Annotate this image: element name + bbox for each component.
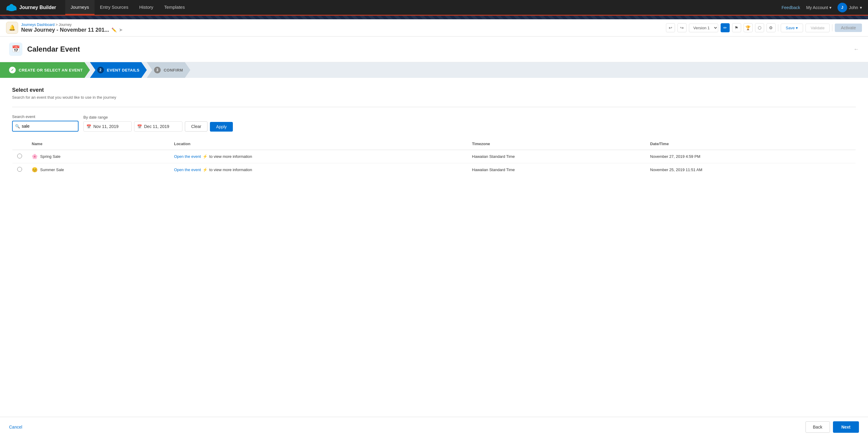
edit-icon[interactable]: ✏️ bbox=[112, 28, 117, 32]
trophy-button[interactable]: 🏆 bbox=[744, 23, 753, 32]
breadcrumb-journeys-dashboard[interactable]: Journeys Dashboard bbox=[21, 23, 55, 27]
spring-sale-name: Spring Sale bbox=[40, 154, 60, 159]
flag-button[interactable]: ⚑ bbox=[732, 23, 741, 32]
search-input[interactable] bbox=[12, 121, 79, 132]
lightning-icon-2: ⚡ bbox=[203, 168, 208, 172]
form-title: Select event bbox=[12, 87, 856, 93]
location-info-2: to view more information bbox=[209, 168, 252, 172]
validate-button[interactable]: Validate bbox=[805, 24, 830, 32]
journey-icon: 🔔 bbox=[6, 22, 18, 34]
open-event-link-1[interactable]: Open the event bbox=[174, 154, 201, 159]
journey-title: New Journey - November 11 201... ✏️ ➤ bbox=[21, 27, 123, 33]
wizard-step-1[interactable]: ✓ CREATE OR SELECT AN EVENT bbox=[0, 62, 90, 78]
calendar-from-icon: 📅 bbox=[86, 124, 91, 129]
table-cell-timezone-2: Hawaiian Standard Time bbox=[467, 163, 645, 176]
radio-spring-sale[interactable] bbox=[17, 154, 22, 159]
my-account-menu[interactable]: My Account ▾ bbox=[806, 5, 831, 10]
table-header-datetime: Date/Time bbox=[645, 138, 856, 150]
table-cell-datetime-1: November 27, 2019 4:59 PM bbox=[645, 150, 856, 163]
back-arrow-icon[interactable]: ← bbox=[854, 46, 859, 53]
next-button[interactable]: Next bbox=[833, 421, 859, 433]
edit-mode-button[interactable]: ✏ bbox=[721, 23, 730, 32]
form-area: Select event Search for an event that yo… bbox=[0, 78, 868, 186]
save-chevron-icon: ▾ bbox=[796, 26, 798, 30]
wizard-step-2[interactable]: 2 EVENT DETAILS bbox=[90, 62, 147, 78]
table-cell-datetime-2: November 25, 2019 11:51 AM bbox=[645, 163, 856, 176]
bottom-bar: Cancel Back Next bbox=[0, 417, 868, 437]
bottom-right: Back Next bbox=[805, 421, 859, 433]
back-button[interactable]: Back bbox=[805, 421, 830, 433]
summer-sale-name: Summer Sale bbox=[40, 168, 64, 172]
breadcrumb-journey: Journey bbox=[59, 23, 71, 27]
search-row: Search event 🔍 By date range 📅 📅 bbox=[12, 114, 856, 132]
clear-button[interactable]: Clear bbox=[185, 121, 208, 132]
main-content: 📅 Calendar Event ← ✓ CREATE OR SELECT AN… bbox=[0, 36, 868, 437]
user-menu[interactable]: J John ▾ bbox=[837, 3, 862, 12]
breadcrumb: Journeys Dashboard > Journey bbox=[21, 23, 123, 27]
event-name-cell-2: 😊 Summer Sale bbox=[32, 167, 164, 173]
activate-button[interactable]: Activate bbox=[835, 24, 862, 32]
save-button[interactable]: Save ▾ bbox=[781, 24, 803, 32]
page-header: 📅 Calendar Event ← bbox=[0, 36, 868, 62]
feedback-link[interactable]: Feedback bbox=[782, 5, 800, 10]
table-cell-radio-2 bbox=[12, 163, 27, 176]
breadcrumb-left: 🔔 Journeys Dashboard > Journey New Journ… bbox=[6, 22, 123, 34]
undo-button[interactable]: ↩ bbox=[666, 23, 675, 32]
table-row: 😊 Summer Sale Open the event ⚡ to view m… bbox=[12, 163, 856, 176]
open-event-link-2[interactable]: Open the event bbox=[174, 168, 201, 172]
form-subtitle: Search for an event that you would like … bbox=[12, 95, 856, 100]
step-3-number: 3 bbox=[154, 67, 161, 73]
brand-logo[interactable]: Journey Builder bbox=[6, 2, 56, 13]
brand-name: Journey Builder bbox=[19, 5, 56, 10]
date-range-wrapper: 📅 📅 Clear Apply bbox=[83, 121, 233, 132]
events-table: Name Location Timezone Date/Time 🌸 Sprin… bbox=[12, 138, 856, 176]
step-2-label: EVENT DETAILS bbox=[107, 68, 140, 72]
timezone-2: Hawaiian Standard Time bbox=[472, 168, 515, 172]
location-cell-2: Open the event ⚡ to view more informatio… bbox=[174, 168, 462, 172]
tab-journeys[interactable]: Journeys bbox=[65, 0, 95, 15]
table-header: Name Location Timezone Date/Time bbox=[12, 138, 856, 150]
date-range-label: By date range bbox=[83, 115, 233, 120]
wizard-steps: ✓ CREATE OR SELECT AN EVENT 2 EVENT DETA… bbox=[0, 62, 868, 78]
datetime-2: November 25, 2019 11:51 AM bbox=[650, 168, 703, 172]
cancel-link[interactable]: Cancel bbox=[9, 425, 22, 430]
apply-button[interactable]: Apply bbox=[210, 122, 232, 132]
share-button[interactable]: ⬡ bbox=[755, 23, 764, 32]
avatar: J bbox=[837, 3, 847, 12]
table-cell-timezone-1: Hawaiian Standard Time bbox=[467, 150, 645, 163]
lightning-icon-1: ⚡ bbox=[203, 154, 208, 159]
table-header-location: Location bbox=[169, 138, 467, 150]
table-row: 🌸 Spring Sale Open the event ⚡ to view m… bbox=[12, 150, 856, 163]
tab-entry-sources[interactable]: Entry Sources bbox=[95, 0, 134, 15]
location-cell-1: Open the event ⚡ to view more informatio… bbox=[174, 154, 462, 159]
breadcrumb-bar: 🔔 Journeys Dashboard > Journey New Journ… bbox=[0, 19, 868, 36]
breadcrumb-text: Journeys Dashboard > Journey New Journey… bbox=[21, 23, 123, 33]
top-navigation: Journey Builder Journeys Entry Sources H… bbox=[0, 0, 868, 16]
redo-button[interactable]: ↪ bbox=[677, 23, 686, 32]
wizard-step-3[interactable]: 3 CONFIRM bbox=[147, 62, 190, 78]
step-1-number: ✓ bbox=[9, 67, 16, 73]
page-title: Calendar Event bbox=[27, 45, 80, 54]
search-icon: 🔍 bbox=[15, 124, 20, 129]
date-range-field-group: By date range 📅 📅 Clear Apply bbox=[83, 115, 233, 132]
toolbar: ↩ ↪ Version 1 ✏ ⚑ 🏆 ⬡ ⚙ Save ▾ Validate … bbox=[666, 23, 862, 32]
radio-summer-sale[interactable] bbox=[17, 167, 22, 172]
tab-history[interactable]: History bbox=[134, 0, 159, 15]
datetime-1: November 27, 2019 4:59 PM bbox=[650, 154, 701, 159]
chevron-down-icon: ▾ bbox=[829, 5, 832, 10]
step-1-label: CREATE OR SELECT AN EVENT bbox=[19, 68, 83, 72]
tab-templates[interactable]: Templates bbox=[159, 0, 190, 15]
table-cell-location-1: Open the event ⚡ to view more informatio… bbox=[169, 150, 467, 163]
location-info-1: to view more information bbox=[209, 154, 252, 159]
divider bbox=[778, 24, 778, 31]
forward-icon[interactable]: ➤ bbox=[119, 28, 123, 32]
timezone-1: Hawaiian Standard Time bbox=[472, 154, 515, 159]
version-select[interactable]: Version 1 bbox=[689, 24, 718, 32]
table-header-name: Name bbox=[27, 138, 169, 150]
step-3-label: CONFIRM bbox=[164, 68, 183, 72]
summer-sale-icon: 😊 bbox=[32, 167, 38, 173]
event-name-cell-1: 🌸 Spring Sale bbox=[32, 154, 164, 159]
search-label: Search event bbox=[12, 114, 79, 119]
nav-right: Feedback My Account ▾ J John ▾ bbox=[782, 3, 862, 12]
settings-button[interactable]: ⚙ bbox=[767, 23, 776, 32]
